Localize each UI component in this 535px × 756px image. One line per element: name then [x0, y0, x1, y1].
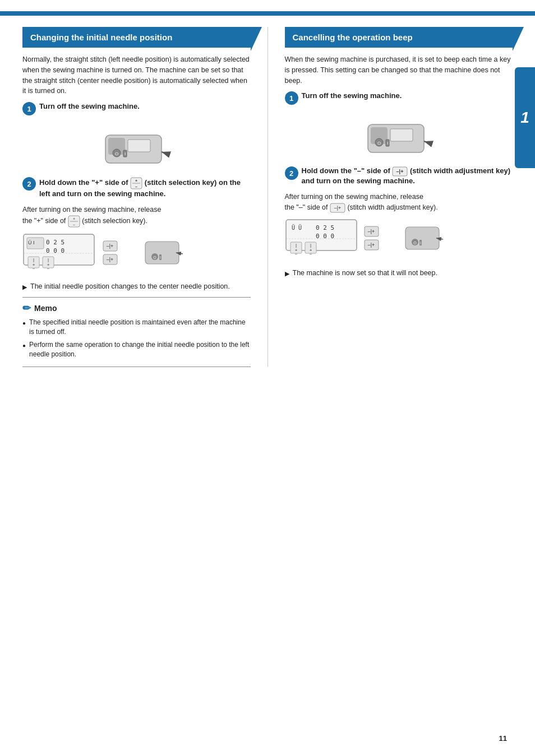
left-machine-illustration-1: O I: [22, 121, 251, 171]
svg-text:|: |: [33, 257, 34, 262]
svg-text:–: –: [47, 266, 49, 270]
left-intro-text: Normally, the straight stitch (left need…: [22, 54, 251, 96]
left-step2-text: Hold down the "+" side of + – (stitch se…: [39, 177, 251, 199]
right-heading-text: Cancelling the operation beep: [293, 33, 413, 42]
memo-title: ✏ Memo: [22, 302, 251, 314]
svg-text:|: |: [310, 243, 311, 248]
svg-text:|: |: [48, 257, 49, 262]
svg-text:–: –: [33, 266, 35, 270]
left-column: Changing the initial needle position Nor…: [22, 27, 251, 367]
svg-text:–|+: –|+: [367, 229, 375, 234]
svg-text:O: O: [153, 256, 156, 259]
svg-text:–|+: –|+: [107, 243, 114, 249]
right-step1-row: 1 Turn off the sewing machine.: [285, 91, 513, 105]
svg-text:–|+: –|+: [367, 242, 375, 248]
svg-text:+: +: [135, 179, 137, 183]
content-area: Changing the initial needle position Nor…: [0, 27, 535, 367]
right-intro-text: When the sewing machine is purchased, it…: [285, 54, 513, 86]
left-step1-row: 1 Turn off the sewing machine.: [22, 102, 251, 115]
svg-text:0 2 5: 0 2 5: [46, 239, 64, 246]
left-step1-text: Turn off the sewing machine.: [39, 102, 140, 112]
right-section-heading: Cancelling the operation beep: [285, 27, 513, 48]
svg-text:I: I: [160, 256, 161, 259]
svg-text:–|+: –|+: [396, 169, 404, 174]
svg-text:Ü Ü: Ü Ü: [292, 224, 302, 231]
svg-text:–: –: [73, 222, 75, 226]
right-panel-illustration: Ü Ü 0 2 5 0 0 0 | + – | + – –|+: [285, 219, 513, 261]
svg-text:|: |: [295, 243, 296, 248]
right-step2-row: 2 Hold down the "–" side of –|+ (stitch …: [285, 166, 513, 186]
column-divider: [268, 27, 268, 367]
heading-arrow: [251, 27, 262, 51]
svg-text:–: –: [310, 252, 312, 256]
svg-text:Ü I: Ü I: [28, 240, 35, 245]
right-step1-text: Turn off the sewing machine.: [302, 91, 402, 101]
right-step2-text: Hold down the "–" side of –|+ (stitch wi…: [302, 166, 513, 186]
right-heading-arrow: [513, 27, 524, 51]
right-step2-after: After turning on the sewing machine, rel…: [285, 192, 513, 213]
svg-text:–: –: [295, 252, 297, 256]
right-step2-circle: 2: [285, 166, 298, 180]
left-step2-row: 2 Hold down the "+" side of + – (stitch …: [22, 177, 251, 199]
right-result-text: The machine is now set so that it will n…: [285, 268, 513, 279]
memo-item-2: Perform the same operation to change the…: [22, 340, 251, 359]
svg-rect-34: [145, 242, 179, 264]
right-heading-wrapper: Cancelling the operation beep: [285, 27, 513, 48]
top-bar: [0, 11, 535, 16]
left-heading-text: Changing the initial needle position: [30, 33, 172, 42]
left-panel-illustration: 0 2 5 0 0 0 Ü I | + – | + –: [22, 233, 251, 275]
memo-item-1: The specified initial needle position is…: [22, 318, 251, 337]
left-step2-after: After turning on the sewing machine, rel…: [22, 205, 251, 228]
left-step1-circle: 1: [22, 102, 36, 115]
svg-text:0 2 5: 0 2 5: [316, 224, 334, 231]
svg-text:I: I: [124, 151, 126, 156]
svg-rect-69: [405, 227, 439, 249]
svg-text:O: O: [413, 241, 417, 245]
svg-text:I: I: [387, 141, 388, 146]
chapter-number: 1: [520, 109, 529, 127]
left-section-heading: Changing the initial needle position: [22, 27, 251, 48]
left-step2-circle: 2: [22, 177, 36, 191]
svg-rect-42: [390, 129, 413, 141]
memo-list: The specified initial needle position is…: [22, 318, 251, 359]
svg-text:–|+: –|+: [107, 257, 114, 262]
svg-text:–: –: [135, 184, 137, 188]
svg-text:O: O: [377, 141, 381, 146]
chapter-tab: 1: [515, 67, 535, 168]
right-column: Cancelling the operation beep When the s…: [285, 27, 513, 367]
page-number: 11: [499, 734, 507, 743]
left-result-text: The initial needle position changes to t…: [22, 282, 251, 292]
right-step1-circle: 1: [285, 91, 298, 105]
memo-icon: ✏: [22, 302, 31, 314]
svg-text:I: I: [420, 241, 421, 245]
svg-rect-2: [128, 140, 150, 152]
svg-text:+: +: [73, 217, 75, 221]
memo-section: ✏ Memo The specified initial needle posi…: [22, 297, 251, 367]
page-container: 1 Changing the initial needle position N…: [0, 0, 535, 756]
svg-text:–|+: –|+: [334, 205, 342, 211]
right-machine-illustration-1: O I: [285, 110, 513, 161]
left-heading-wrapper: Changing the initial needle position: [22, 27, 251, 48]
svg-text:O: O: [115, 151, 118, 156]
